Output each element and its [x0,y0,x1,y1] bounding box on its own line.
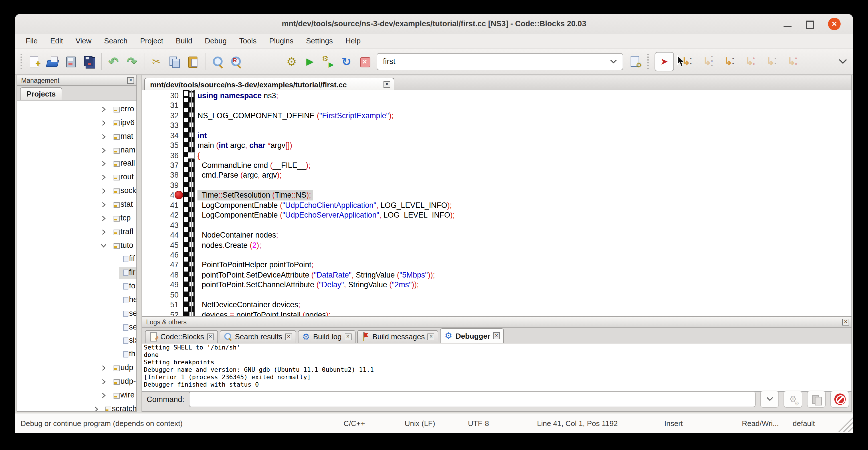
close-panel-icon[interactable]: ✕ [127,77,134,84]
redo-icon[interactable]: ↷ [126,55,138,68]
next-instruction-icon[interactable]: ↳ [764,55,777,68]
tree-item[interactable]: udp [17,361,136,375]
tree-item[interactable]: udp- [17,375,136,389]
paste-icon[interactable] [187,55,199,68]
undo-icon[interactable]: ↶ [107,55,120,68]
tree-item[interactable]: nam [17,144,136,157]
tree-item[interactable]: fir [17,266,136,280]
code-line[interactable]: 35main (int argc, char *argv[]) [142,141,851,150]
chevron-right-icon[interactable] [100,120,107,126]
menu-view[interactable]: View [70,35,97,46]
toolbar-grip[interactable] [21,53,22,69]
code-line[interactable]: 37 CommandLine cmd (__FILE__); [142,160,851,171]
code-line[interactable]: 46 [142,250,851,260]
command-history-dropdown[interactable] [760,391,779,408]
command-input[interactable] [189,391,755,407]
chevron-right-icon[interactable] [100,365,107,371]
build-icon[interactable]: ⚙ [285,55,298,68]
build-and-run-icon[interactable] [322,55,334,68]
menu-help[interactable]: Help [340,35,366,46]
tree-item[interactable]: he [17,294,136,307]
logs-tab-build-messages[interactable]: Build messages✕ [357,330,439,342]
resize-grip[interactable] [838,417,852,432]
chevron-right-icon[interactable] [100,175,107,181]
code-line[interactable]: 49 pointToPoint.SetChannelAttribute ("De… [142,280,851,290]
code-line[interactable]: 52 devices = pointToPoint.Install (nodes… [142,310,851,317]
code-line[interactable]: 38 cmd.Parse (argc, argv); [142,171,851,180]
minimize-icon[interactable] [781,18,794,30]
debugger-settings-button[interactable]: ⚙ [783,391,802,408]
tree-item[interactable]: ipv6 [17,117,136,130]
close-tab-icon[interactable]: ✕ [383,81,390,88]
toolbar-overflow-button[interactable] [838,56,847,66]
tree-item[interactable]: rout [17,171,136,185]
debug-continue-button[interactable]: ➤ [655,52,674,71]
menu-build[interactable]: Build [170,35,197,46]
save-all-icon[interactable] [83,55,95,68]
code-line[interactable]: 47 PointToPointHelper pointToPoint; [142,260,851,270]
tree-item[interactable]: fo [17,280,136,294]
close-tab-icon[interactable]: ✕ [428,333,435,340]
rebuild-icon[interactable]: ↻ [340,55,353,68]
code-line[interactable]: 45 nodes.Create (2); [142,240,851,250]
copy-log-button[interactable] [807,391,826,408]
code-line[interactable]: 44 NodeContainer nodes; [142,230,851,240]
maximize-icon[interactable] [803,18,815,30]
tab-projects[interactable]: Projects [20,87,62,100]
step-into-instruction-icon[interactable]: ↳ [785,55,798,68]
code-line[interactable]: 39 [142,180,851,190]
menu-search[interactable]: Search [99,35,133,46]
close-tab-icon[interactable]: ✕ [344,333,351,340]
editor-tab[interactable]: mnt/dev/tools/source/ns-3-dev/examples/t… [144,78,394,91]
close-tab-icon[interactable]: ✕ [285,333,292,340]
tree-item[interactable]: six [17,334,136,348]
code-editor[interactable]: 30using namespace ns3;3132NS_LOG_COMPONE… [142,90,852,317]
chevron-right-icon[interactable] [100,188,107,194]
tree-item[interactable]: se [17,321,136,334]
step-out-icon[interactable]: ↳ [743,55,755,68]
tree-item[interactable]: reall [17,157,136,171]
logs-tab-code-blocks[interactable]: Code::Blocks✕ [145,330,218,342]
tree-item[interactable]: tuto [17,239,136,253]
copy-icon[interactable] [168,55,181,68]
abort-build-icon[interactable] [359,55,371,68]
build-target-combo[interactable]: first [377,53,623,70]
code-line[interactable]: 33 [142,120,851,130]
new-file-icon[interactable] [28,55,40,68]
debugger-output[interactable]: Setting SHELL to '/bin/sh'doneSetting br… [142,344,851,392]
chevron-right-icon[interactable] [100,392,107,399]
code-line[interactable]: 51 NetDeviceContainer devices; [142,300,851,310]
step-into-icon[interactable]: ↳ [722,55,735,68]
code-line[interactable]: 34int [142,130,851,141]
close-tab-icon[interactable]: ✕ [493,332,500,339]
code-line[interactable]: 30using namespace ns3; [142,91,851,101]
find-icon[interactable] [211,55,224,68]
logs-tab-search-results[interactable]: Search results✕ [219,330,296,342]
open-file-icon[interactable] [46,55,59,68]
chevron-right-icon[interactable] [100,379,107,385]
tree-item[interactable]: tcp [17,212,136,226]
next-line-icon[interactable]: ↳ [701,55,713,68]
chevron-right-icon[interactable] [100,215,107,221]
chevron-right-icon[interactable] [100,133,107,140]
chevron-down-icon[interactable] [100,242,107,249]
code-line[interactable]: 31 [142,101,851,111]
chevron-right-icon[interactable] [100,229,107,235]
tree-item[interactable]: fif [17,253,136,266]
menu-file[interactable]: File [21,35,43,46]
code-line[interactable]: 40 Time::SetResolution (Time::NS); [142,190,851,201]
code-line[interactable]: 36{ [142,150,851,160]
tree-item[interactable]: sock [17,184,136,198]
chevron-right-icon[interactable] [100,202,107,208]
tree-item[interactable]: th [17,348,136,362]
compile-target-options-icon[interactable] [629,55,642,68]
menu-plugins[interactable]: Plugins [264,35,299,46]
chevron-right-icon[interactable] [100,161,107,167]
logs-tab-debugger[interactable]: ⚙Debugger✕ [440,328,504,342]
chevron-right-icon[interactable] [100,106,107,113]
code-line[interactable]: 42 LogComponentEnable ("UdpEchoServerApp… [142,210,851,220]
menu-edit[interactable]: Edit [45,35,68,46]
chevron-right-icon[interactable] [93,406,99,412]
close-icon[interactable] [828,18,841,30]
code-line[interactable]: 50 [142,290,851,300]
